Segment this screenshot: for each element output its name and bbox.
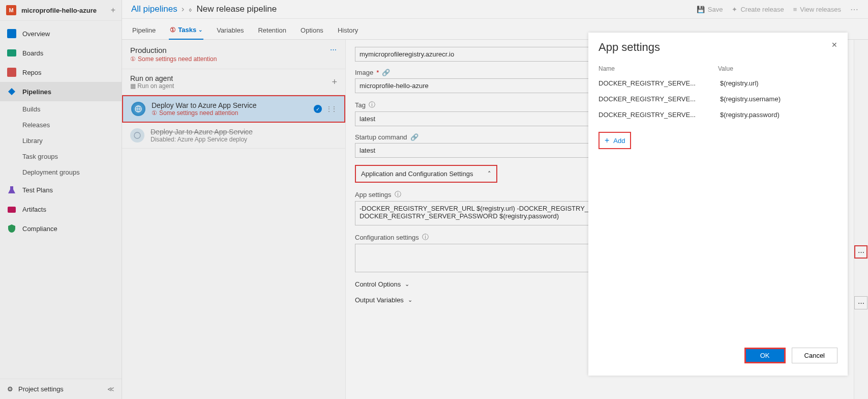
boards-icon xyxy=(7,48,16,58)
testplans-icon xyxy=(7,185,16,194)
add-task-icon[interactable]: + xyxy=(332,77,337,88)
stage-more-icon[interactable]: ⋯ xyxy=(330,46,337,53)
chevron-down-icon[interactable]: ⌄ xyxy=(198,27,202,33)
agent-job-row[interactable]: Run on agent ▦ Run on agent + xyxy=(122,69,345,95)
sidebar-label: Compliance xyxy=(22,225,57,233)
svg-rect-3 xyxy=(8,207,16,213)
sidebar-item-boards[interactable]: Boards xyxy=(0,43,122,63)
setting-name: DOCKER_REGISTRY_SERVE... xyxy=(598,79,720,87)
view-releases-label: View releases xyxy=(800,6,841,13)
expand-configsettings-button[interactable]: ⋯ xyxy=(854,296,867,309)
tab-tasks[interactable]: ① Tasks ⌄ xyxy=(169,23,203,40)
pipelines-icon xyxy=(7,87,16,96)
sidebar-sub-library[interactable]: Library xyxy=(0,133,122,149)
page-header: All pipelines › ⬨ New release pipeline 💾… xyxy=(122,0,868,19)
breadcrumb-root[interactable]: All pipelines xyxy=(131,4,177,14)
rocket-icon: ✦ xyxy=(732,6,737,13)
settings-row[interactable]: DOCKER_REGISTRY_SERVE... $(registry.user… xyxy=(598,91,837,107)
configsettings-label: Configuration settings xyxy=(355,234,419,241)
close-icon[interactable]: ✕ xyxy=(831,41,837,49)
output-variables-label: Output Variables xyxy=(355,296,404,304)
project-name: microprofile-hello-azure xyxy=(21,7,106,14)
sidebar-sub-releases[interactable]: Releases xyxy=(0,117,122,133)
col-value: Value xyxy=(718,65,837,72)
sidebar-sub-deploymentgroups[interactable]: Deployment groups xyxy=(0,164,122,180)
ellipsis-icon: ⋯ xyxy=(858,299,864,307)
setting-value: $(registry.url) xyxy=(720,79,837,87)
app-settings-panel: App settings ✕ Name Value DOCKER_REGISTR… xyxy=(588,33,848,376)
collapse-sidebar-icon[interactable]: ≪ xyxy=(107,385,114,393)
sidebar-label: Test Plans xyxy=(22,186,53,194)
task-deploy-jar[interactable]: Deploy Jar to Azure App Service Disabled… xyxy=(122,123,345,149)
check-icon: ✓ xyxy=(314,105,322,113)
chevron-up-icon: ˄ xyxy=(488,170,491,178)
drag-handle-icon[interactable]: ⋮⋮ xyxy=(326,105,336,112)
sidebar-item-testplans[interactable]: Test Plans xyxy=(0,180,122,200)
artifacts-icon xyxy=(7,205,16,214)
ok-button[interactable]: OK xyxy=(744,348,786,363)
expand-appsettings-button[interactable]: ⋯ xyxy=(854,245,867,259)
chevron-down-icon: ⌄ xyxy=(405,281,409,288)
svg-point-5 xyxy=(134,132,140,138)
task-sub-disabled: Disabled: Azure App Service deploy xyxy=(151,136,337,143)
link-icon[interactable]: 🔗 xyxy=(382,69,390,76)
breadcrumb-title: New release pipeline xyxy=(196,4,277,14)
tab-retention[interactable]: Retention xyxy=(257,23,287,39)
stage-header[interactable]: Production ①Some settings need attention… xyxy=(122,40,345,69)
header-more-icon[interactable]: ⋯ xyxy=(850,5,859,14)
info-icon[interactable]: ⓘ xyxy=(369,100,375,109)
project-switcher[interactable]: M microprofile-hello-azure + xyxy=(0,0,122,21)
agent-title: Run on agent xyxy=(130,74,325,82)
create-release-button[interactable]: ✦Create release xyxy=(732,6,784,13)
tab-pipeline[interactable]: Pipeline xyxy=(131,23,157,39)
save-icon: 💾 xyxy=(697,6,705,13)
plus-icon: + xyxy=(605,136,609,145)
sidebar-item-pipelines[interactable]: Pipelines xyxy=(0,82,122,101)
tab-history[interactable]: History xyxy=(337,23,359,39)
settings-row[interactable]: DOCKER_REGISTRY_SERVE... $(registry.url) xyxy=(598,75,837,91)
azure-app-service-icon xyxy=(131,102,145,116)
tab-tasks-label: Tasks xyxy=(178,26,196,34)
stage-name: Production xyxy=(130,46,217,54)
add-setting-button[interactable]: + Add xyxy=(598,132,631,149)
app-config-section-toggle[interactable]: Application and Configuration Settings ˄ xyxy=(355,165,497,183)
task-title: Deploy War to Azure App Service xyxy=(152,101,308,109)
tab-variables[interactable]: Variables xyxy=(216,23,245,39)
task-warning: ①Some settings need attention xyxy=(152,109,308,117)
required-marker: * xyxy=(376,69,379,76)
project-settings-link[interactable]: ⚙ Project settings ≪ xyxy=(0,379,122,399)
link-icon[interactable]: 🔗 xyxy=(410,133,418,141)
project-logo: M xyxy=(6,5,16,15)
sidebar-label: Overview xyxy=(22,30,50,38)
task-title-disabled: Deploy Jar to Azure App Service xyxy=(151,128,337,136)
view-releases-button[interactable]: ≡View releases xyxy=(793,6,841,13)
section-title: Application and Configuration Settings xyxy=(361,170,473,178)
settings-row[interactable]: DOCKER_REGISTRY_SERVE... $(registry.pass… xyxy=(598,107,837,123)
warning-icon: ① xyxy=(152,109,157,117)
chevron-down-icon: ⌄ xyxy=(408,297,412,303)
add-project-icon[interactable]: + xyxy=(111,6,115,15)
warning-icon: ① xyxy=(130,55,136,63)
save-button[interactable]: 💾Save xyxy=(697,6,723,13)
left-sidebar: M microprofile-hello-azure + Overview Bo… xyxy=(0,0,122,399)
sidebar-sub-taskgroups[interactable]: Task groups xyxy=(0,149,122,164)
ellipsis-icon: ⋯ xyxy=(858,248,864,256)
task-deploy-war[interactable]: Deploy War to Azure App Service ①Some se… xyxy=(122,95,345,123)
sidebar-item-repos[interactable]: Repos xyxy=(0,63,122,82)
sidebar-item-overview[interactable]: Overview xyxy=(0,24,122,43)
tab-options[interactable]: Options xyxy=(300,23,324,39)
col-name: Name xyxy=(598,65,718,72)
stage-warning-text: Some settings need attention xyxy=(138,55,217,63)
sidebar-item-artifacts[interactable]: Artifacts xyxy=(0,200,122,219)
sidebar-item-compliance[interactable]: Compliance xyxy=(0,219,122,238)
info-icon[interactable]: ⓘ xyxy=(422,233,429,242)
svg-rect-0 xyxy=(7,29,16,38)
stage-warning: ①Some settings need attention xyxy=(130,55,217,63)
cancel-button[interactable]: Cancel xyxy=(792,348,837,363)
panel-title: App settings xyxy=(598,41,660,54)
sidebar-footer-label: Project settings xyxy=(18,385,64,393)
info-icon[interactable]: ⓘ xyxy=(395,190,401,199)
image-label: Image xyxy=(355,69,373,76)
sidebar-sub-builds[interactable]: Builds xyxy=(0,101,122,117)
create-release-label: Create release xyxy=(740,6,784,13)
